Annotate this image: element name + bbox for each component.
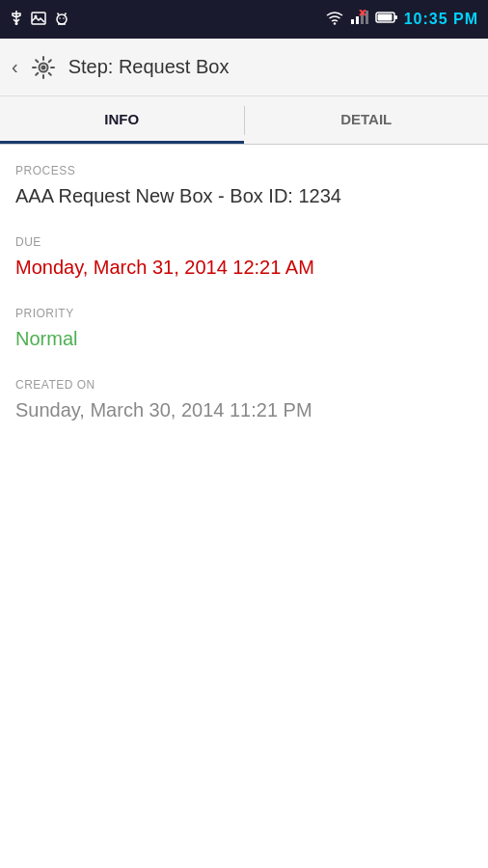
android-icon <box>54 11 69 29</box>
svg-point-3 <box>57 14 67 24</box>
page-title: Step: Request Box <box>68 56 230 78</box>
status-bar-right: 10:35 PM <box>325 10 478 29</box>
due-field-group: DUE Monday, March 31, 2014 12:21 AM <box>15 235 473 280</box>
svg-point-0 <box>15 22 18 25</box>
usb-icon <box>10 10 23 30</box>
svg-rect-7 <box>351 19 354 24</box>
priority-label: PRIORITY <box>15 307 473 320</box>
status-time: 10:35 PM <box>404 11 478 28</box>
created-on-label: CREATED ON <box>15 378 473 392</box>
gear-icon <box>30 54 57 81</box>
content-area: PROCESS AAA Request New Box - Box ID: 12… <box>0 145 488 469</box>
svg-point-5 <box>63 17 65 19</box>
wifi-icon <box>325 10 344 29</box>
svg-point-17 <box>41 65 45 69</box>
back-button[interactable]: ‹ <box>12 56 18 78</box>
svg-rect-10 <box>366 11 368 24</box>
tab-info[interactable]: INFO <box>0 96 244 144</box>
svg-point-6 <box>333 22 335 24</box>
tabs-container: INFO DETAIL <box>0 96 488 145</box>
status-bar-left <box>10 10 69 30</box>
due-value: Monday, March 31, 2014 12:21 AM <box>15 255 473 280</box>
battery-icon <box>375 11 398 28</box>
status-bar: 10:35 PM <box>0 0 488 39</box>
image-icon <box>31 12 46 28</box>
priority-value: Normal <box>15 326 473 351</box>
created-on-field-group: CREATED ON Sunday, March 30, 2014 11:21 … <box>15 378 473 422</box>
svg-rect-14 <box>394 15 397 19</box>
svg-rect-8 <box>356 16 359 24</box>
svg-point-4 <box>59 17 61 19</box>
due-label: DUE <box>15 235 473 249</box>
signal-icon <box>350 10 369 29</box>
title-bar: ‹ Step: Request Box <box>0 39 488 96</box>
svg-rect-15 <box>377 14 392 21</box>
process-field-group: PROCESS AAA Request New Box - Box ID: 12… <box>15 164 473 208</box>
tab-detail[interactable]: DETAIL <box>245 96 489 144</box>
created-on-value: Sunday, March 30, 2014 11:21 PM <box>15 397 473 422</box>
process-value: AAA Request New Box - Box ID: 1234 <box>15 183 473 208</box>
process-label: PROCESS <box>15 164 473 177</box>
priority-field-group: PRIORITY Normal <box>15 307 473 351</box>
